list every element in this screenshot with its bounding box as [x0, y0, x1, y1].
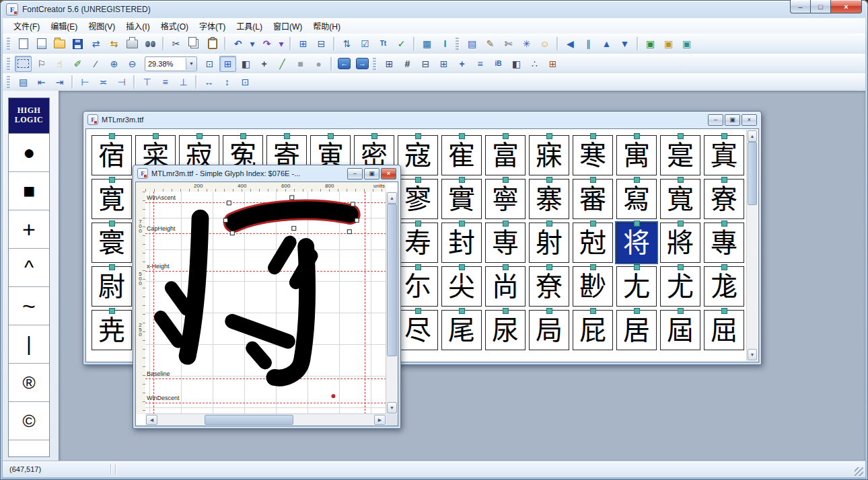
glyph-cell[interactable]: 局 [529, 310, 569, 350]
pan-tool-button[interactable]: ☝ [51, 56, 68, 72]
glyph-cell[interactable]: 尚 [485, 266, 526, 307]
snap-to-metrics-button[interactable]: ≡ [472, 56, 489, 72]
glyph-cell[interactable]: 寬 [660, 179, 700, 219]
palette-plus[interactable]: + [9, 210, 49, 249]
glyph-cell[interactable]: 寨 [529, 179, 569, 219]
snap-to-grid-button[interactable]: ⊞ [435, 56, 452, 72]
metrics-down-button[interactable]: ▼ [616, 36, 633, 52]
scroll-up-icon[interactable]: ▲ [748, 130, 757, 142]
show-points-button[interactable]: ∴ [526, 56, 543, 72]
scrollbar-thumb[interactable] [205, 415, 293, 425]
knife-button[interactable]: ✄ [500, 36, 517, 52]
insert-characters-button[interactable]: ⊞ [295, 36, 312, 52]
glyph-cell[interactable]: 尽 [398, 310, 438, 350]
glyph-cell[interactable]: 寇 [398, 135, 438, 175]
show-metrics-button[interactable]: ⊟ [417, 56, 434, 72]
align-right-button[interactable]: ⊣ [113, 74, 130, 90]
menu-font[interactable]: 字体(T) [194, 18, 231, 34]
glyph-cell[interactable]: 富 [485, 135, 526, 175]
glyph-cell[interactable]: 屆 [660, 310, 700, 350]
select-tool-button[interactable] [15, 56, 32, 72]
ellipse-tool-button[interactable]: ● [310, 56, 327, 72]
show-guidelines-button[interactable]: # [399, 56, 416, 72]
palette-filled-square[interactable]: ■ [9, 172, 49, 210]
print-button[interactable] [124, 36, 141, 52]
palette-filled-circle[interactable]: ● [9, 134, 49, 172]
redo-button[interactable]: ↷ [258, 36, 275, 52]
scrollbar-thumb[interactable] [748, 142, 757, 205]
glyph-cell[interactable]: 尅 [573, 223, 613, 263]
glyph-cell[interactable]: 宿 [92, 135, 132, 175]
editor-titlebar[interactable]: F MTLmr3m.ttf - Simple Glyph Index: $076… [133, 165, 400, 182]
overview-close-button[interactable]: × [742, 114, 757, 126]
edit-pencil-button[interactable]: ✎ [482, 36, 499, 52]
glyph-cell[interactable]: 屈 [704, 310, 744, 350]
chevron-down-icon[interactable]: ▼ [186, 58, 196, 70]
palette-em-dash[interactable]: — [9, 440, 49, 457]
glyph-cell[interactable]: 實 [441, 179, 482, 219]
draw-tool-button[interactable]: ✐ [69, 56, 86, 72]
align-center-button[interactable]: ≍ [95, 74, 112, 90]
node-edit-button[interactable]: + [256, 56, 273, 72]
glyph-cell[interactable]: 寔 [660, 135, 700, 175]
preview-button[interactable]: ▦ [419, 36, 435, 52]
import-font-button[interactable]: ⇆ [106, 36, 122, 52]
palette-registered[interactable]: ® [9, 364, 49, 402]
glyph-cell[interactable]: 専 [485, 223, 526, 263]
glyph-cell[interactable]: 尞 [529, 266, 569, 307]
glyph-cell[interactable]: 寐 [529, 135, 569, 175]
overlap-button[interactable]: ✳ [518, 36, 535, 52]
menu-insert[interactable]: 插入(I) [120, 18, 155, 34]
glyph-cell[interactable]: 將 [660, 223, 700, 263]
zoom-value[interactable]: 29.38% [145, 60, 186, 68]
find-button[interactable] [142, 36, 159, 52]
title-bar[interactable]: F FontCreator 5.6 (UNREGISTERED) [0, 0, 868, 18]
paste-button[interactable] [204, 36, 221, 52]
minimize-button[interactable]: – [790, 0, 811, 13]
distribute-vertical-button[interactable]: ↕ [219, 74, 236, 90]
glyph-cell[interactable]: 專 [704, 223, 744, 263]
glyph-cell[interactable]: 寮 [704, 179, 744, 219]
zoom-glyph-button[interactable]: ⊞ [219, 56, 236, 72]
menu-tools[interactable]: 工具(L) [231, 18, 268, 34]
glyph-cell[interactable]: 尢 [616, 266, 657, 307]
menu-window[interactable]: 窗口(W) [268, 18, 308, 34]
overview-titlebar[interactable]: F MTLmr3m.ttf – ▣ × [83, 112, 761, 128]
glyph-cell[interactable]: 尾 [441, 310, 482, 350]
zoom-in-button[interactable]: ⊕ [106, 56, 122, 72]
center-glyph-button[interactable]: ⊡ [237, 74, 254, 90]
undo-dropdown-button[interactable]: ▾ [248, 36, 257, 52]
align-left-button[interactable]: ⊢ [77, 74, 94, 90]
glyph-cell[interactable]: 尓 [398, 266, 438, 307]
editor-horizontal-scrollbar[interactable]: ◀ ▶ [145, 413, 386, 426]
align-top-button[interactable]: ⊤ [139, 74, 155, 90]
menu-file[interactable]: 文件(F) [8, 18, 45, 34]
font-properties-button[interactable] [33, 36, 50, 52]
glyph-cell[interactable]: 尉 [92, 266, 132, 307]
align-bottom-button[interactable]: ⊥ [175, 74, 192, 90]
glyph-cell[interactable]: 尠 [573, 266, 613, 307]
bring-forward-button[interactable]: ⇥ [51, 74, 68, 90]
glyph-cell[interactable]: 尭 [92, 310, 132, 350]
overview-scrollbar[interactable]: ▲ ▼ [746, 130, 758, 361]
glyph-cell[interactable]: 屁 [573, 310, 613, 350]
glyph-cell[interactable]: 寘 [704, 135, 744, 175]
glyph-cell[interactable]: 寉 [441, 135, 482, 175]
glyph-cell[interactable]: 寫 [616, 179, 657, 219]
open-button[interactable] [51, 36, 68, 52]
invert-view-button[interactable]: ◧ [238, 56, 254, 72]
scroll-right-icon[interactable]: ▶ [374, 415, 386, 425]
show-grid-button[interactable]: ⊞ [381, 56, 398, 72]
redo-dropdown-button[interactable]: ▾ [277, 36, 286, 52]
mask-view-button[interactable]: ◧ [508, 56, 525, 72]
glyph-info-button[interactable]: iB [490, 56, 507, 72]
autokern-button[interactable]: ☺ [536, 36, 553, 52]
selection-options-button[interactable]: ☑ [357, 36, 373, 52]
scroll-down-icon[interactable]: ▼ [387, 402, 397, 413]
glyph-cell[interactable]: 寓 [616, 135, 657, 175]
distribute-horizontal-button[interactable]: ↔ [201, 74, 217, 90]
scroll-left-icon[interactable]: ◀ [146, 415, 157, 425]
glyph-properties-button[interactable]: ▤ [464, 36, 480, 52]
editor-vertical-scrollbar[interactable]: ▲ ▼ [386, 192, 398, 414]
editor-minimize-button[interactable]: – [347, 168, 363, 179]
